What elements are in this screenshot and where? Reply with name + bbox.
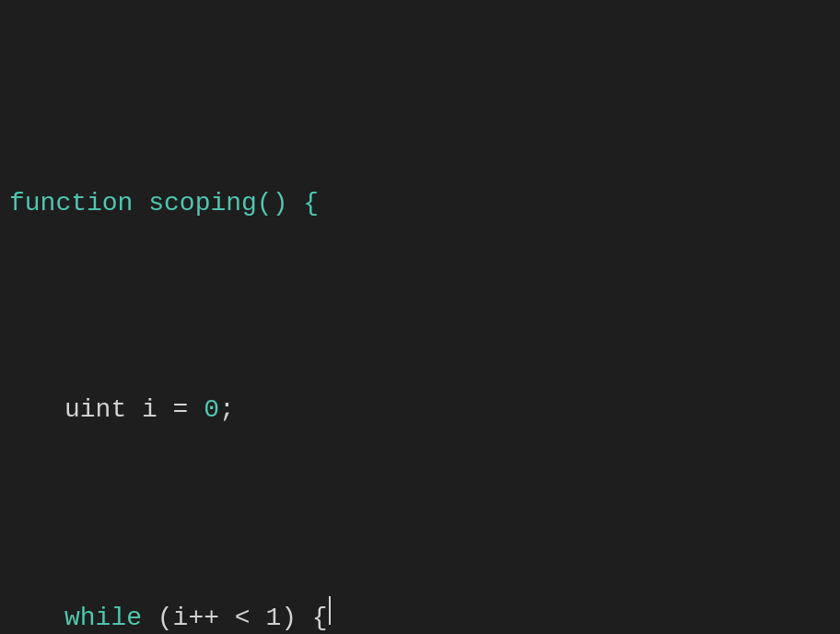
code-line-3: while (i++ < 1) {: [64, 596, 831, 634]
code-line-1: function scoping() {: [9, 183, 831, 225]
code-editor: function scoping() { uint i = 0; while (…: [0, 0, 840, 634]
number-0: 0: [204, 390, 219, 431]
code-text: ;: [219, 390, 235, 431]
keyword-while-1: while: [64, 598, 142, 634]
code-text: (i++ < 1) {: [142, 598, 328, 634]
text-cursor: [329, 596, 331, 625]
code-text: uint i =: [64, 390, 204, 431]
keyword-function: function scoping() {: [9, 183, 319, 225]
code-line-2: uint i = 0;: [64, 390, 831, 431]
